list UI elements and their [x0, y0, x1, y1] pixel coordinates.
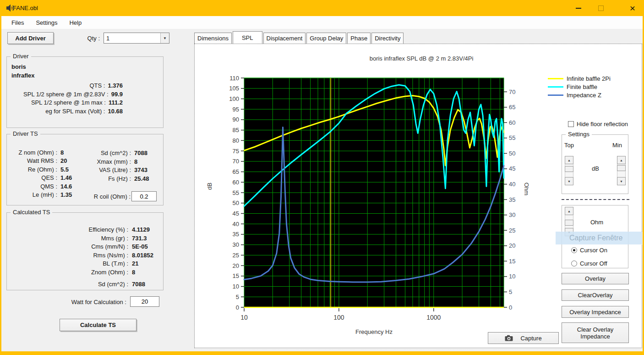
menu-item-settings[interactable]: Settings: [30, 16, 63, 29]
stat-row: Cms (mm/N) :5E-05: [11, 243, 153, 251]
menu-item-help[interactable]: Help: [63, 16, 87, 29]
db-scale-label: dB: [588, 165, 603, 172]
app-window: FANE.obl × FilesSettingsHelp Add Driver …: [0, 0, 644, 355]
rcoil-input[interactable]: [131, 191, 157, 201]
menu-item-files[interactable]: Files: [5, 16, 30, 29]
tick-label-right: 15: [509, 258, 515, 265]
window-border-bottom: [0, 351, 644, 355]
min-label: Min: [612, 142, 622, 149]
stat-row: Z nom (Ohm) :8: [11, 149, 72, 157]
close-button[interactable]: ×: [622, 0, 643, 16]
hide-floor-reflection-checkbox[interactable]: [568, 121, 574, 127]
cursor-off-radio[interactable]: [571, 261, 577, 266]
min-db-down-button[interactable]: ▼: [617, 177, 626, 185]
tick-label-left: 75: [233, 148, 239, 155]
top-db-thumb[interactable]: [565, 166, 573, 172]
tick-label-left: 90: [233, 116, 239, 123]
maximize-button[interactable]: [590, 0, 611, 16]
stat-label: SPL 1/2 sphere @ 1m max :: [31, 99, 106, 107]
tick-label-left: 95: [233, 106, 239, 113]
ohm-thumb[interactable]: [565, 220, 573, 226]
window-title: FANE.obl: [13, 5, 38, 11]
tick-label-left: 85: [233, 127, 239, 133]
tick-label-right: 40: [509, 181, 515, 188]
tick-label-left: 10: [233, 283, 239, 290]
tick-label-right: 70: [509, 89, 515, 95]
clear-overlay-impedance-button[interactable]: Clear Overlay Impedance: [562, 322, 629, 343]
driver-ts-groupbox: Driver TS Z nom (Ohm) :8Watt RMS :20Re (…: [6, 134, 164, 205]
overlay-impedance-button[interactable]: Overlay Impedance: [562, 306, 629, 318]
chevron-down-icon[interactable]: ▼: [160, 33, 169, 43]
add-driver-button[interactable]: Add Driver: [7, 32, 54, 44]
stat-label: QES :: [11, 174, 57, 182]
capture-button[interactable]: Capture: [488, 332, 559, 344]
stat-label: Rms (Ns/m) :: [11, 251, 128, 260]
clearoverlay-button[interactable]: ClearOverlay: [562, 289, 629, 301]
stat-label: VAS (Litre) :: [83, 166, 131, 175]
watt-input[interactable]: [130, 296, 159, 307]
minimize-button[interactable]: [568, 0, 589, 16]
stat-value: 99.9: [111, 90, 123, 99]
driver-groupbox: Driver boris infraflex QTS :1.376SPL 1/2…: [6, 56, 164, 128]
title-bar: FANE.obl: [0, 0, 644, 16]
tick-label-left: 100: [229, 95, 239, 102]
stat-value: 731.3: [132, 234, 147, 243]
min-db-thumb[interactable]: [617, 165, 626, 171]
spl-chart[interactable]: 0510152025303540455055606570758085909510…: [194, 44, 561, 346]
stat-value: 111.2: [109, 99, 123, 107]
calculated-ts-title: Calculated TS: [11, 209, 52, 216]
stat-row: Mms (gr) :731.3: [11, 234, 153, 243]
legend-swatch: [548, 94, 563, 96]
tick-label-left: 110: [229, 75, 239, 82]
stat-value: 21: [132, 260, 138, 268]
stat-value: 1.46: [60, 174, 72, 182]
tab-directivity[interactable]: Directivity: [371, 33, 404, 44]
stat-label: Re (Ohm) :: [11, 166, 57, 174]
stat-value: 14.6: [60, 183, 72, 191]
stat-label: Xmax (mm) :: [83, 158, 131, 166]
stat-value: 1.35: [60, 191, 72, 199]
calculate-ts-button[interactable]: Calculate TS: [60, 319, 136, 331]
stat-value: 7088: [132, 280, 145, 289]
tab-dimensions[interactable]: Dimensions: [194, 33, 232, 44]
x-axis-label: Frequency Hz: [244, 328, 504, 335]
stat-row: SPL 1/2 sphere @ 1m @2.83V :99.9: [7, 90, 140, 99]
stat-value: 25.48: [134, 175, 149, 183]
stat-row: Rms (Ns/m) :8.01852: [11, 251, 153, 260]
tab-spl[interactable]: SPL: [233, 31, 262, 44]
driver-ts-right-column: Sd (cm^2) :7088Xmax (mm) :8VAS (Litre) :…: [83, 149, 149, 183]
tab-displacement[interactable]: Displacement: [263, 33, 306, 44]
qty-value: 1: [104, 35, 160, 42]
stat-label: Sd (cm^2) :: [11, 280, 128, 289]
legend-swatch: [548, 78, 563, 79]
tab-phase[interactable]: Phase: [347, 33, 371, 44]
stat-row: Le (mH) :1.35: [11, 191, 72, 199]
menu-bar: FilesSettingsHelp: [1, 16, 643, 29]
qty-combobox[interactable]: 1 ▼: [104, 33, 169, 44]
ohm-up-button[interactable]: ▲: [565, 207, 573, 215]
top-db-down-button[interactable]: ▼: [565, 177, 573, 185]
min-db-up-button[interactable]: ▲: [617, 156, 626, 164]
window-border-left: [0, 16, 1, 355]
watt-label: Watt for Calculation :: [27, 299, 126, 305]
tab-group-delay[interactable]: Group Delay: [306, 33, 346, 44]
driver-name-line2: infraflex: [11, 72, 35, 79]
stat-row: Fs (Hz) :25.48: [83, 175, 149, 183]
top-db-up-button[interactable]: ▲: [565, 156, 573, 164]
maximize-icon: [598, 6, 604, 11]
stat-label: Z nom (Ohm) :: [11, 149, 57, 157]
stat-label: QMS :: [11, 183, 57, 191]
driver-groupbox-title: Driver: [11, 53, 31, 60]
stat-label: Mms (gr) :: [11, 234, 128, 243]
tick-label-right: 25: [509, 227, 515, 234]
tick-label-right: 50: [509, 150, 515, 157]
stat-value: 8: [60, 149, 64, 157]
stat-label: Sd (cm^2) :: [83, 149, 131, 158]
y-axis-right-label: Ohm: [523, 183, 530, 195]
driver-stats: QTS :1.376SPL 1/2 sphere @ 1m @2.83V :99…: [7, 82, 140, 116]
tick-label-right: 5: [509, 288, 512, 295]
cursor-on-radio[interactable]: [571, 247, 577, 253]
stat-value: 3743: [134, 166, 147, 175]
tick-label-left: 25: [233, 252, 239, 259]
overlay-button[interactable]: Overlay: [562, 273, 629, 284]
